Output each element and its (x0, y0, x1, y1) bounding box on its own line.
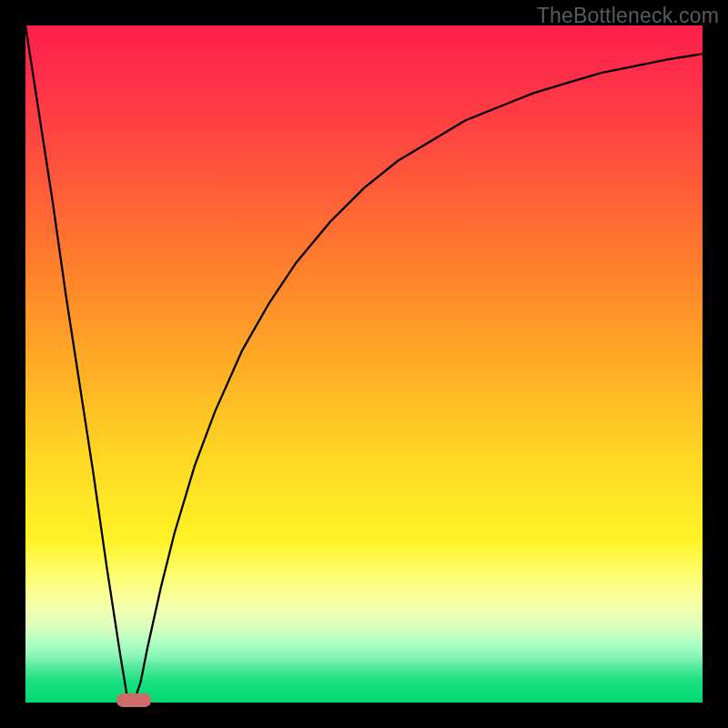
right-branch-curve (134, 54, 703, 703)
plot-area (25, 25, 703, 703)
left-branch-curve (25, 25, 134, 703)
chart-frame: TheBottleneck.com (0, 0, 728, 728)
target-marker (116, 693, 150, 707)
curve-layer (25, 25, 703, 703)
watermark-text: TheBottleneck.com (537, 4, 719, 28)
